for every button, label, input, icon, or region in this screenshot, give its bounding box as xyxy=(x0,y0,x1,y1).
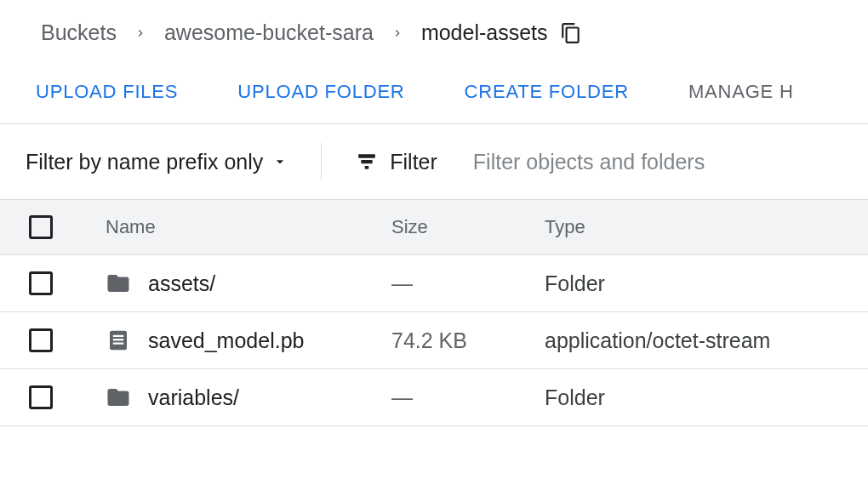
filter-prefix-dropdown[interactable]: Filter by name prefix only xyxy=(26,150,321,174)
manage-holds-button[interactable]: MANAGE H xyxy=(688,81,794,103)
breadcrumb-item-bucket[interactable]: awesome-bucket-sara xyxy=(164,20,374,45)
row-size: — xyxy=(391,385,545,410)
filter-group: Filter xyxy=(322,150,831,174)
svg-rect-1 xyxy=(113,335,124,337)
select-all-checkbox[interactable] xyxy=(29,215,53,239)
column-header-type[interactable]: Type xyxy=(545,216,868,238)
table-row: saved_model.pb74.2 KBapplication/octet-s… xyxy=(0,312,868,369)
table-row: assets/—Folder xyxy=(0,255,868,312)
filter-bar: Filter by name prefix only Filter xyxy=(0,124,868,200)
row-type: Folder xyxy=(545,271,868,296)
row-type: application/octet-stream xyxy=(545,328,868,353)
copy-icon[interactable] xyxy=(560,22,582,44)
create-folder-button[interactable]: CREATE FOLDER xyxy=(465,81,629,103)
svg-rect-3 xyxy=(113,343,124,345)
filter-label: Filter xyxy=(390,150,437,174)
breadcrumb-item-current: model-assets xyxy=(421,20,548,45)
row-size: — xyxy=(391,271,545,296)
row-name-link[interactable]: variables/ xyxy=(148,385,239,410)
filter-list-icon xyxy=(356,151,378,173)
upload-files-button[interactable]: UPLOAD FILES xyxy=(36,81,178,103)
row-checkbox[interactable] xyxy=(29,271,53,295)
column-header-size[interactable]: Size xyxy=(391,216,545,238)
filter-prefix-label: Filter by name prefix only xyxy=(26,150,263,174)
row-checkbox[interactable] xyxy=(29,328,53,352)
file-icon xyxy=(106,328,131,353)
breadcrumb-item-buckets[interactable]: Buckets xyxy=(41,20,117,45)
row-name-link[interactable]: assets/ xyxy=(148,271,215,296)
row-checkbox[interactable] xyxy=(29,385,53,409)
table-header: Name Size Type xyxy=(0,200,868,255)
upload-folder-button[interactable]: UPLOAD FOLDER xyxy=(237,81,404,103)
row-size: 74.2 KB xyxy=(391,328,545,353)
action-bar: UPLOAD FILES UPLOAD FOLDER CREATE FOLDER… xyxy=(0,69,868,124)
chevron-right-icon xyxy=(391,26,404,40)
svg-rect-2 xyxy=(113,339,124,340)
breadcrumb: Buckets awesome-bucket-sara model-assets xyxy=(0,10,868,69)
caret-down-icon xyxy=(271,153,288,170)
row-type: Folder xyxy=(545,385,868,410)
folder-icon xyxy=(106,271,131,296)
folder-icon xyxy=(106,385,131,410)
filter-input[interactable] xyxy=(473,150,831,174)
table-row: variables/—Folder xyxy=(0,369,868,426)
row-name-link[interactable]: saved_model.pb xyxy=(148,328,304,353)
chevron-right-icon xyxy=(134,26,147,40)
column-header-name[interactable]: Name xyxy=(106,216,391,238)
